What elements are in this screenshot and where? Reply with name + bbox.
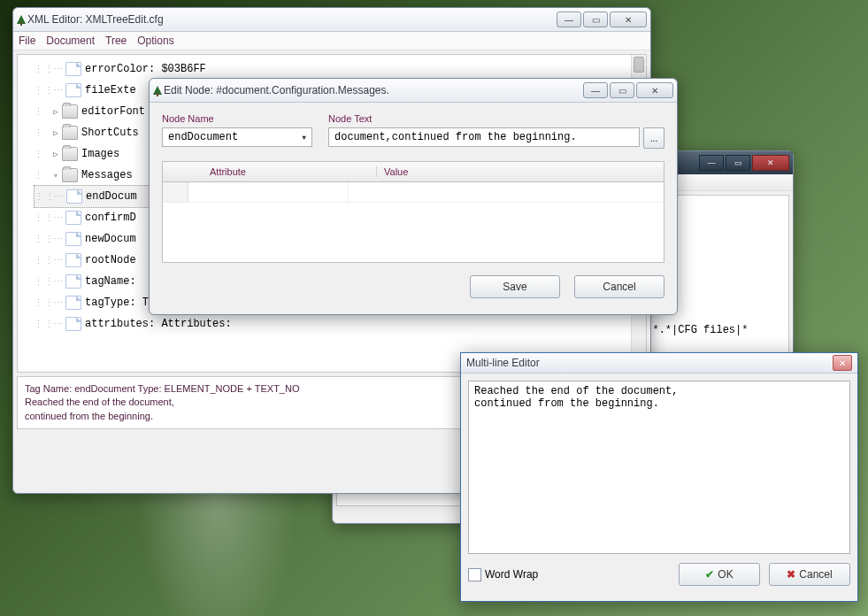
col-value[interactable]: Value xyxy=(377,166,415,177)
expander-icon[interactable]: ▷ xyxy=(51,107,60,117)
attributes-grid[interactable]: Attribute Value xyxy=(162,161,664,263)
file-icon xyxy=(65,296,81,310)
tree-label: errorColor: $03B6FF xyxy=(85,63,206,75)
maximize-button[interactable]: ▭ xyxy=(610,82,634,98)
menu-document[interactable]: Document xyxy=(46,35,95,47)
cancel-label: Cancel xyxy=(799,568,832,581)
minimize-button[interactable]: — xyxy=(583,82,608,98)
tree-label: Images xyxy=(81,148,119,160)
dialog-title: Edit Node: #document.Configuration.Messa… xyxy=(162,84,583,96)
ml-titlebar[interactable]: Multi-line Editor ✕ xyxy=(461,353,857,373)
file-icon xyxy=(65,253,81,267)
wordwrap-label: Word Wrap xyxy=(485,568,538,581)
maximize-button[interactable]: ▭ xyxy=(726,155,750,171)
check-icon: ✔ xyxy=(705,568,714,581)
folder-icon xyxy=(62,168,78,182)
menubar: File Document Tree Options xyxy=(13,32,650,50)
multiline-editor-dialog: Multi-line Editor ✕ Reached the end of t… xyxy=(460,352,858,602)
close-button[interactable]: ✕ xyxy=(610,12,647,27)
menu-tree[interactable]: Tree xyxy=(105,35,127,47)
ml-title-text: Multi-line Editor xyxy=(466,357,833,369)
window-title: XML Editor: XMLTreeEdit.cfg xyxy=(26,13,557,26)
main-titlebar[interactable]: XML Editor: XMLTreeEdit.cfg — ▭ ✕ xyxy=(13,8,650,32)
folder-icon xyxy=(62,126,78,140)
node-text-label: Node Text xyxy=(328,113,664,124)
close-button[interactable]: ✕ xyxy=(752,155,789,171)
cancel-button[interactable]: ✖ Cancel xyxy=(769,563,850,586)
expand-text-button[interactable]: ... xyxy=(643,127,664,149)
folder-icon xyxy=(62,104,78,119)
tree-label: confirmD xyxy=(85,212,136,224)
file-icon xyxy=(65,211,81,225)
tree-row[interactable]: ⋮ ⋮⋯errorColor: $03B6FF xyxy=(34,58,646,80)
wordwrap-checkbox[interactable]: Word Wrap xyxy=(468,568,679,581)
ok-button[interactable]: ✔ OK xyxy=(679,563,760,586)
close-button[interactable]: ✕ xyxy=(636,82,673,98)
expander-icon[interactable]: ▿ xyxy=(51,171,60,181)
col-attribute[interactable]: Attribute xyxy=(203,166,377,177)
edit-node-dialog: Edit Node: #document.Configuration.Messa… xyxy=(149,78,678,315)
tree-label: attributes: Attributes: xyxy=(85,318,232,330)
minimize-button[interactable]: — xyxy=(557,12,581,27)
chevron-down-icon[interactable]: ▼ xyxy=(302,134,306,142)
tree-label: endDocum xyxy=(86,190,137,203)
app-icon xyxy=(153,86,162,95)
tree-label: editorFont xyxy=(81,105,145,118)
cancel-button[interactable]: Cancel xyxy=(574,275,664,298)
minimize-button[interactable]: — xyxy=(699,155,724,171)
file-icon xyxy=(66,189,82,204)
tree-label: Messages xyxy=(81,169,133,181)
grid-body[interactable] xyxy=(163,182,664,262)
tree-label: fileExte xyxy=(85,84,136,96)
close-button[interactable]: ✕ xyxy=(833,355,852,371)
tree-label: ShortCuts xyxy=(81,127,139,139)
node-name-value: endDocument xyxy=(168,131,238,143)
tree-label: rootNode xyxy=(85,254,136,266)
save-button[interactable]: Save xyxy=(470,275,560,298)
dialog-titlebar[interactable]: Edit Node: #document.Configuration.Messa… xyxy=(150,79,677,103)
menu-options[interactable]: Options xyxy=(137,35,173,47)
node-name-label: Node Name xyxy=(162,113,312,124)
node-name-combo[interactable]: endDocument ▼ xyxy=(162,127,312,147)
file-icon xyxy=(65,317,81,331)
maximize-button[interactable]: ▭ xyxy=(583,12,608,27)
node-text-input[interactable] xyxy=(328,127,640,147)
app-icon xyxy=(17,15,26,24)
x-icon: ✖ xyxy=(787,568,795,581)
checkbox-icon[interactable] xyxy=(468,568,481,581)
ok-label: OK xyxy=(718,568,733,581)
file-icon xyxy=(65,274,81,289)
tree-label: tagName: xyxy=(85,275,136,288)
ml-textarea[interactable]: Reached the end of the document, continu… xyxy=(468,381,850,554)
file-icon xyxy=(65,62,81,76)
grid-header: Attribute Value xyxy=(163,162,664,182)
tree-label: newDocum xyxy=(85,233,136,245)
tree-row[interactable]: ⋮ ⋮⋯attributes: Attributes: xyxy=(34,313,646,335)
expander-icon[interactable]: ▷ xyxy=(51,150,60,159)
file-icon xyxy=(65,232,81,246)
folder-icon xyxy=(62,147,78,161)
file-icon xyxy=(65,83,81,97)
menu-file[interactable]: File xyxy=(19,35,35,47)
expander-icon[interactable]: ▷ xyxy=(51,128,60,138)
